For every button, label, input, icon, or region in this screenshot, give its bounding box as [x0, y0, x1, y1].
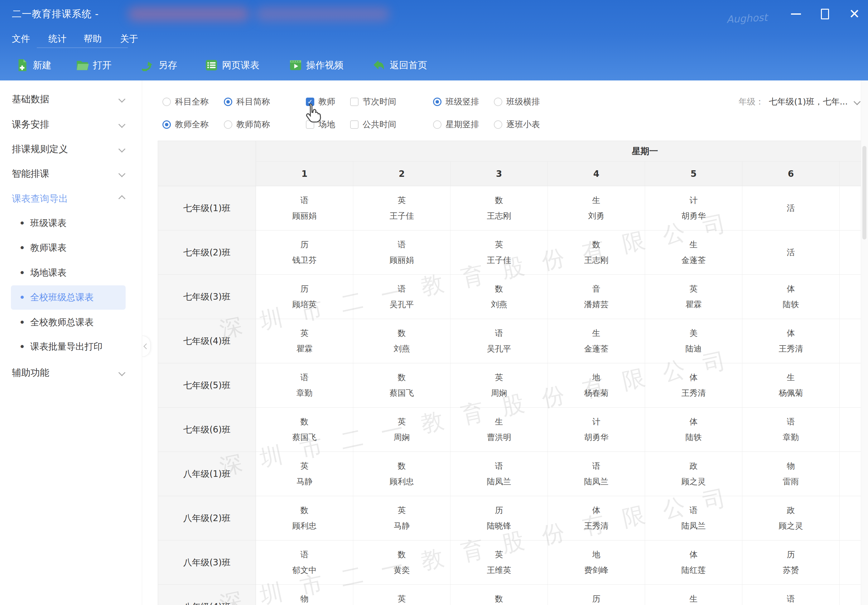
timetable-grid: 七年级(1)班七年级(2)班七年级(3)班七年级(4)班七年级(5)班七年级(6…: [158, 141, 862, 605]
period-header: 5: [645, 161, 742, 186]
filter-option-r1-6[interactable]: 班级横排: [494, 92, 540, 111]
filter-option-r1-4[interactable]: 节次时间: [350, 92, 396, 111]
radio-unchecked-icon[interactable]: [163, 98, 171, 106]
radio-checked-icon[interactable]: [163, 120, 171, 129]
teacher-text: 顾丽娟: [293, 211, 317, 222]
sidebar-group-2[interactable]: 课务安排: [0, 112, 142, 137]
timetable-cell: 体王秀清: [645, 363, 742, 408]
filter-option-r1-1[interactable]: 科目全称: [163, 92, 209, 111]
subject-text: 生: [592, 195, 600, 206]
sidebar-item-2[interactable]: •教师课表: [11, 236, 126, 260]
radio-unchecked-icon[interactable]: [494, 98, 502, 106]
open-folder-button[interactable]: 打开: [76, 50, 112, 81]
teacher-text: 吴孔平: [487, 343, 512, 354]
checkbox-unchecked-icon[interactable]: [350, 120, 358, 129]
timetable-cell: 活: [742, 230, 840, 275]
radio-unchecked-icon[interactable]: [494, 120, 502, 129]
filter-label: 教师简称: [236, 119, 270, 130]
sidebar-group-1[interactable]: 基础数据: [0, 87, 142, 112]
menu-item-3[interactable]: 帮助: [84, 28, 102, 50]
radio-unchecked-icon[interactable]: [224, 120, 232, 129]
timetable-cell: 体王秀清: [742, 319, 840, 363]
teacher-text: 王秀清: [584, 520, 609, 531]
chevron-left-icon: [143, 343, 149, 349]
teacher-text: 杨春菊: [584, 388, 609, 399]
timetable-cell: 数刘燕: [451, 275, 548, 319]
subject-text: 数: [495, 195, 503, 206]
toolbar-button-label: 新建: [33, 59, 51, 72]
filter-option-r2-6[interactable]: 逐班小表: [494, 115, 540, 134]
menu-item-1[interactable]: 文件: [12, 28, 30, 50]
menu-item-2[interactable]: 统计: [48, 28, 67, 50]
subject-text: 语: [301, 372, 308, 383]
radio-unchecked-icon[interactable]: [433, 120, 442, 129]
sidebar-item-3[interactable]: •场地课表: [11, 261, 126, 285]
filter-option-r2-1[interactable]: 教师全称: [163, 115, 209, 134]
radio-checked-icon[interactable]: [224, 98, 232, 106]
filter-option-r2-4[interactable]: 公共时间: [350, 115, 396, 134]
scrollbar-thumb[interactable]: [862, 146, 866, 239]
subject-text: 历: [301, 239, 308, 250]
subject-text: 英: [301, 461, 308, 472]
filter-option-r1-5[interactable]: 班级竖排: [433, 92, 479, 111]
sidebar-item-1[interactable]: •班级课表: [11, 211, 126, 236]
sidebar-group-label: 课表查询导出: [12, 192, 68, 205]
teacher-text: 杨佩菊: [779, 388, 803, 399]
filter-option-r2-2[interactable]: 教师简称: [224, 115, 270, 134]
new-file-button[interactable]: 新建: [16, 50, 51, 81]
vertical-scrollbar[interactable]: [861, 81, 868, 605]
filter-option-r2-5[interactable]: 星期竖排: [433, 115, 479, 134]
teacher-text: 陆轶: [686, 432, 702, 443]
timetable-row: 语章勤数蔡国飞英周娴地杨春菊体王秀清生杨佩菊: [256, 363, 862, 408]
teacher-text: 刘燕: [394, 343, 410, 354]
timetable-cell: 英周娴: [451, 363, 548, 408]
close-button[interactable]: ✕: [849, 8, 860, 20]
teacher-text: 章勤: [783, 432, 799, 443]
period-header: [840, 161, 862, 186]
class-label: 七年级(5)班: [158, 363, 256, 408]
teacher-text: 金蓬荃: [682, 255, 706, 266]
sidebar-item-4[interactable]: •全校班级总课表: [11, 285, 126, 310]
timetable-cell: 生曹洪明: [451, 408, 548, 452]
subject-text: 英: [398, 195, 406, 206]
main-content: 科目全称科目简称✓教师节次时间班级竖排班级横排教师全称教师简称场地公共时间星期竖…: [142, 81, 868, 605]
timetable-cell: 语章勤: [742, 408, 840, 452]
class-label: 八年级(2)班: [158, 496, 256, 540]
timetable-cell: 英王维英: [451, 540, 548, 585]
sidebar-group-3[interactable]: 排课规则定义: [0, 137, 142, 161]
timetable-cell: [840, 496, 862, 540]
menu-item-4[interactable]: 关于: [120, 28, 138, 50]
filter-label: 科目简称: [236, 96, 270, 107]
grade-selector[interactable]: 年级： 七年级(1)班，七年...: [739, 92, 860, 111]
filter-option-r1-2[interactable]: 科目简称: [224, 92, 270, 111]
filter-label: 班级横排: [506, 96, 540, 107]
teacher-text: 王秀清: [779, 343, 803, 354]
subject-text: 历: [301, 284, 308, 295]
maximize-button[interactable]: [821, 9, 829, 19]
sidebar-item-6[interactable]: •课表批量导出打印: [11, 335, 126, 359]
bullet-icon: •: [19, 317, 25, 328]
video-button[interactable]: 操作视频: [289, 50, 344, 81]
teacher-text: 章勤: [296, 388, 313, 399]
sidebar-item-5[interactable]: •全校教师总课表: [11, 310, 126, 335]
teacher-text: 周娴: [394, 432, 410, 443]
teacher-text: 陆轶: [783, 299, 799, 310]
class-label: 七年级(1)班: [158, 186, 256, 230]
bullet-icon: •: [19, 243, 25, 253]
subject-text: 数: [398, 549, 406, 560]
sidebar-group-5[interactable]: 课表查询导出: [0, 186, 142, 211]
radio-checked-icon[interactable]: [433, 98, 442, 106]
sidebar-group-6[interactable]: 辅助功能: [0, 360, 142, 385]
sidebar-group-4[interactable]: 智能排课: [0, 161, 142, 186]
back-home-button[interactable]: 返回首页: [373, 50, 427, 81]
app-window: 二一教育排课系统 - Aughost ✕ 文件统计帮助关于 新建打开另存网页课表…: [0, 0, 868, 605]
minimize-button[interactable]: [791, 13, 801, 15]
teacher-text: 马静: [394, 520, 410, 531]
checkbox-unchecked-icon[interactable]: [350, 98, 358, 106]
teacher-text: 王子佳: [390, 211, 414, 222]
save-as-button[interactable]: 另存: [141, 50, 177, 81]
web-schedule-button[interactable]: 网页课表: [205, 50, 259, 81]
timetable-cell: 计胡勇华: [548, 408, 645, 452]
subject-text: 语: [301, 195, 308, 206]
subject-text: 英: [301, 328, 308, 339]
